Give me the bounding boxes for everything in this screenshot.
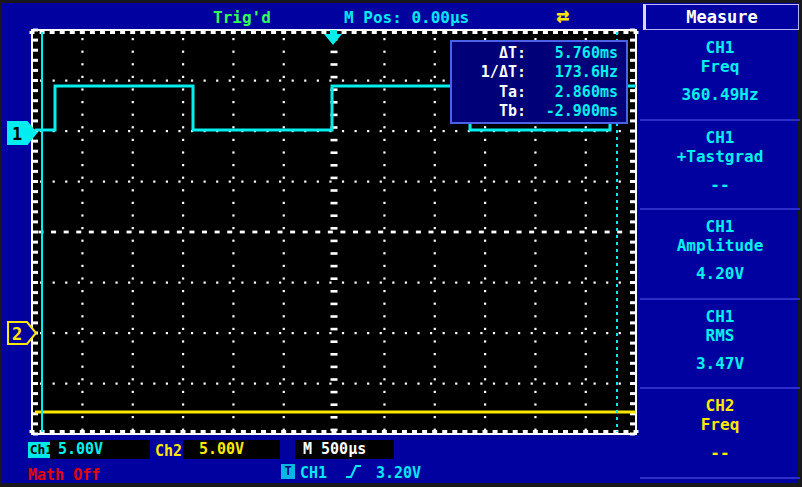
menu-item-value: 4.20V [640,264,800,283]
ch2-badge: Ch2 [155,442,182,460]
readout-label: 1/ΔT: [456,63,526,81]
menu-item-channel: CH1 [640,217,800,236]
menu-item-label: +Tastgrad [640,147,800,166]
trigger-level-readout: 3.20V [376,464,421,482]
menu-item-channel: CH1 [640,38,800,57]
cursor-readout-box: ΔT: 5.760ms 1/ΔT: 173.6Hz Ta: 2.860ms Tb… [450,40,628,124]
readout-value: -2.900ms [526,102,622,120]
oscilloscope-screen: 12 Trig'd M Pos: 0.00µs ⇄ Measure ΔT: 5.… [0,0,802,487]
trigger-status: Trig'd [213,8,271,27]
menu-item-value: -- [640,443,800,462]
rising-edge-icon [345,464,363,480]
usb-icon: ⇄ [556,3,569,28]
menu-item-label: Amplitude [640,236,800,255]
trigger-source: CH1 [300,464,327,482]
menu-item-label: RMS [640,326,800,345]
readout-label: Tb: [456,102,526,120]
menu-item-ch1-dutycycle[interactable]: CH1 +Tastgrad -- [640,121,800,211]
ch2-scale-readout: 5.00V [183,440,280,459]
trigger-icon: T [281,464,295,479]
menu-item-label: Freq [640,57,800,76]
measure-menu: CH1 Freq 360.49Hz CH1 +Tastgrad -- CH1 A… [640,31,800,479]
menu-item-ch2-freq[interactable]: CH2 Freq -- [640,389,800,479]
timebase-readout: M 500µs [295,440,394,459]
channel-1-marker-label: 1 [12,124,22,144]
readout-tb: Tb: -2.900ms [456,102,622,120]
menu-item-channel: CH2 [640,396,800,415]
menu-item-value: 3.47V [640,354,800,373]
menu-item-ch1-amplitude[interactable]: CH1 Amplitude 4.20V [640,210,800,300]
readout-value: 5.760ms [526,44,622,62]
menu-item-ch1-rms[interactable]: CH1 RMS 3.47V [640,300,800,390]
channel-2-marker-label: 2 [12,324,22,344]
menu-title: Measure [643,4,799,30]
menu-item-channel: CH1 [640,128,800,147]
readout-value: 2.860ms [526,83,622,101]
menu-item-ch1-freq[interactable]: CH1 Freq 360.49Hz [640,31,800,121]
menu-item-value: -- [640,175,800,194]
readout-label: ΔT: [456,44,526,62]
ch1-scale-readout: 5.00V [50,440,150,459]
readout-label: Ta: [456,83,526,101]
horizontal-position-readout: M Pos: 0.00µs [344,8,469,27]
readout-value: 173.6Hz [526,63,622,81]
menu-item-channel: CH1 [640,307,800,326]
menu-item-value: 360.49Hz [640,85,800,104]
menu-item-label: Freq [640,415,800,434]
math-status: Math Off [28,466,100,484]
readout-inv-delta-t: 1/ΔT: 173.6Hz [456,63,622,81]
readout-ta: Ta: 2.860ms [456,83,622,101]
readout-delta-t: ΔT: 5.760ms [456,44,622,62]
